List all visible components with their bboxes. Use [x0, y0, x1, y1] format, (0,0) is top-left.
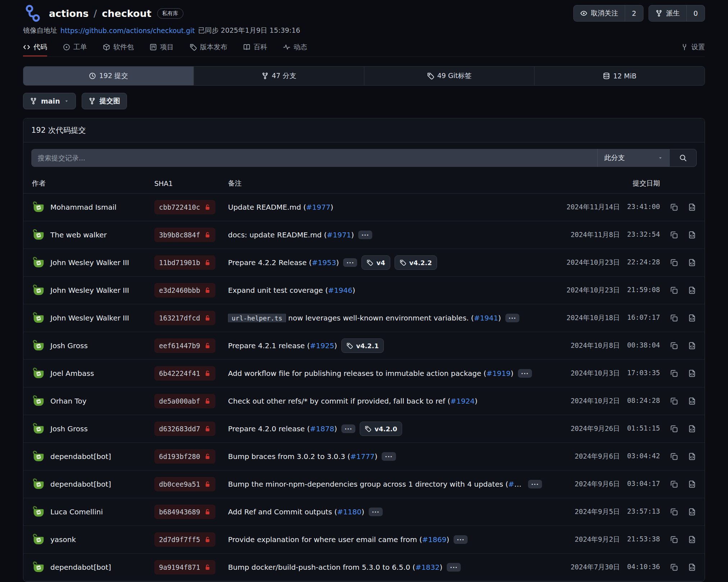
- tab-releases[interactable]: 版本发布: [190, 39, 227, 56]
- issue-link[interactable]: #1869: [422, 535, 447, 544]
- issue-link[interactable]: #1777: [350, 452, 375, 461]
- author-name[interactable]: Orhan Toy: [50, 397, 86, 405]
- copy-commit-id-button[interactable]: [670, 342, 678, 350]
- author-name[interactable]: Joel Ambass: [50, 369, 94, 378]
- tag-chip[interactable]: v4.2.1: [341, 338, 384, 353]
- author-name[interactable]: dependabot[bot]: [50, 480, 111, 488]
- commit-sha-link[interactable]: b684943689: [154, 505, 215, 519]
- browse-source-at-commit-button[interactable]: [688, 508, 696, 516]
- browse-source-at-commit-button[interactable]: [688, 563, 696, 571]
- unwatch-button[interactable]: 取消关注 2: [573, 5, 643, 22]
- branch-filter-dropdown[interactable]: 此分支: [597, 149, 669, 167]
- author-name[interactable]: dependabot[bot]: [50, 452, 111, 461]
- expand-message-button[interactable]: ···: [505, 314, 519, 322]
- copy-commit-id-button[interactable]: [670, 259, 678, 267]
- expand-message-button[interactable]: ···: [343, 258, 357, 267]
- stat-branches[interactable]: 47 分支: [194, 67, 364, 85]
- copy-commit-id-button[interactable]: [670, 397, 678, 405]
- author-name[interactable]: Mohammad Ismail: [50, 203, 117, 212]
- commit-search-input[interactable]: [31, 149, 597, 167]
- copy-commit-id-button[interactable]: [670, 231, 678, 239]
- commit-sha-link[interactable]: 6d193bf280: [154, 449, 215, 464]
- browse-source-at-commit-button[interactable]: [688, 203, 696, 211]
- commit-sha-link[interactable]: db0cee9a51: [154, 477, 215, 491]
- issue-link[interactable]: #1946: [328, 286, 352, 295]
- tab-activity[interactable]: 动态: [283, 39, 307, 56]
- expand-message-button[interactable]: ···: [369, 508, 383, 516]
- expand-message-button[interactable]: ···: [447, 563, 461, 572]
- author-name[interactable]: Josh Gross: [50, 341, 88, 350]
- browse-source-at-commit-button[interactable]: [688, 425, 696, 433]
- copy-commit-id-button[interactable]: [670, 508, 678, 516]
- copy-commit-id-button[interactable]: [670, 369, 678, 377]
- commit-sha-link[interactable]: e3d2460bbb: [154, 283, 215, 297]
- commit-sha-link[interactable]: d632683dd7: [154, 422, 215, 436]
- browse-source-at-commit-button[interactable]: [688, 369, 696, 377]
- copy-commit-id-button[interactable]: [670, 425, 678, 433]
- issue-link[interactable]: #1872: [508, 480, 524, 488]
- tab-settings[interactable]: 设置: [681, 39, 705, 56]
- author-name[interactable]: Josh Gross: [50, 424, 88, 433]
- mirror-url-link[interactable]: https://github.com/actions/checkout.git: [60, 27, 195, 35]
- author-name[interactable]: Luca Comellini: [50, 508, 103, 516]
- copy-commit-id-button[interactable]: [670, 203, 678, 211]
- copy-commit-id-button[interactable]: [670, 563, 678, 571]
- commit-sha-link[interactable]: de5a000abf: [154, 394, 215, 408]
- copy-commit-id-button[interactable]: [670, 453, 678, 460]
- repo-owner-link[interactable]: actions: [49, 8, 88, 19]
- author-name[interactable]: John Wesley Walker III: [50, 314, 129, 322]
- commit-sha-link[interactable]: 6b42224f41: [154, 366, 215, 381]
- author-name[interactable]: The web walker: [50, 231, 107, 239]
- expand-message-button[interactable]: ···: [528, 480, 542, 488]
- issue-link[interactable]: #1971: [327, 231, 351, 239]
- commit-sha-link[interactable]: 9a9194f871: [154, 560, 215, 574]
- author-name[interactable]: John Wesley Walker III: [50, 286, 129, 295]
- tag-chip[interactable]: v4.2.2: [395, 255, 437, 270]
- commit-sha-link[interactable]: 11bd71901b: [154, 255, 215, 270]
- issue-link[interactable]: #1832: [415, 563, 440, 572]
- author-name[interactable]: John Wesley Walker III: [50, 258, 129, 267]
- commit-sha-link[interactable]: 163217dfcd: [154, 311, 215, 325]
- issue-link[interactable]: #1878: [310, 424, 335, 433]
- browse-source-at-commit-button[interactable]: [688, 286, 696, 294]
- tag-chip[interactable]: v4.2.0: [360, 422, 402, 436]
- author-name[interactable]: dependabot[bot]: [50, 563, 111, 572]
- copy-commit-id-button[interactable]: [670, 536, 678, 544]
- browse-source-at-commit-button[interactable]: [688, 231, 696, 239]
- tab-packages[interactable]: 软件包: [103, 39, 134, 56]
- forks-count[interactable]: 0: [686, 5, 705, 21]
- watchers-count[interactable]: 2: [625, 5, 643, 21]
- tab-issues[interactable]: 工单: [63, 39, 87, 56]
- repo-name-link[interactable]: checkout: [102, 8, 151, 19]
- author-name[interactable]: yasonk: [50, 535, 76, 544]
- issue-link[interactable]: #1919: [486, 369, 511, 378]
- tab-code[interactable]: 代码: [23, 39, 47, 56]
- expand-message-button[interactable]: ···: [341, 424, 355, 433]
- commit-sha-link[interactable]: 3b9b8c884f: [154, 228, 215, 242]
- copy-commit-id-button[interactable]: [670, 480, 678, 488]
- browse-source-at-commit-button[interactable]: [688, 453, 696, 460]
- issue-link[interactable]: #1941: [474, 314, 498, 322]
- browse-source-at-commit-button[interactable]: [688, 342, 696, 350]
- commit-sha-link[interactable]: cbb722410c: [154, 200, 215, 214]
- issue-link[interactable]: #1180: [337, 508, 361, 516]
- branch-selector-button[interactable]: main: [23, 93, 76, 109]
- fork-button[interactable]: 派生 0: [649, 5, 705, 22]
- expand-message-button[interactable]: ···: [518, 369, 532, 378]
- commit-search-button[interactable]: [669, 149, 697, 167]
- issue-link[interactable]: #1953: [312, 258, 336, 267]
- tab-wiki[interactable]: 百科: [243, 39, 267, 56]
- browse-source-at-commit-button[interactable]: [688, 480, 696, 488]
- commit-sha-link[interactable]: 2d7d9f7ff5: [154, 532, 215, 547]
- copy-commit-id-button[interactable]: [670, 314, 678, 322]
- stat-commits[interactable]: 192 提交: [23, 67, 194, 85]
- stat-git-tags[interactable]: 49 Git标签: [364, 67, 535, 85]
- browse-source-at-commit-button[interactable]: [688, 259, 696, 267]
- expand-message-button[interactable]: ···: [358, 231, 372, 239]
- expand-message-button[interactable]: ···: [382, 452, 396, 461]
- browse-source-at-commit-button[interactable]: [688, 536, 696, 544]
- issue-link[interactable]: #1977: [306, 203, 331, 212]
- commit-sha-link[interactable]: eef61447b9: [154, 338, 215, 353]
- stat-size[interactable]: 12 MiB: [534, 67, 705, 85]
- browse-source-at-commit-button[interactable]: [688, 314, 696, 322]
